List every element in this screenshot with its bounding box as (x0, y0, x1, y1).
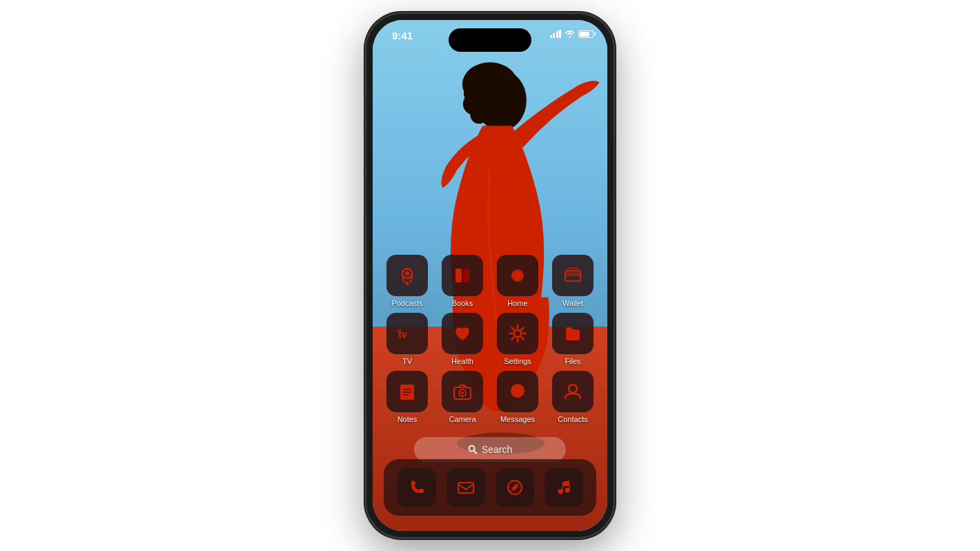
app-settings[interactable]: Settings (494, 313, 541, 365)
podcasts-icon[interactable] (386, 255, 428, 296)
svg-rect-13 (463, 269, 469, 282)
volume-down-button[interactable] (364, 177, 366, 216)
messages-icon[interactable] (497, 371, 538, 412)
dock-music[interactable] (545, 468, 583, 507)
messages-label: Messages (500, 415, 535, 423)
phone-screen: 9:41 (373, 20, 607, 531)
health-label: Health (451, 357, 473, 365)
dock-mail[interactable] (447, 468, 485, 507)
svg-rect-12 (455, 269, 462, 282)
svg-point-10 (405, 271, 409, 276)
battery-fill (580, 32, 589, 37)
svg-point-21 (514, 330, 521, 337)
search-label: Search (482, 444, 512, 455)
notes-label: Notes (398, 415, 418, 423)
svg-rect-11 (406, 282, 409, 285)
dock-safari-icon[interactable] (496, 468, 534, 507)
dock-safari[interactable] (496, 468, 534, 507)
app-row-1: Podcasts Books (384, 255, 596, 307)
app-wallet[interactable]: Wallet (549, 255, 596, 307)
app-camera[interactable]: Camera (439, 371, 486, 423)
phone-device: 9:41 (366, 13, 614, 538)
app-books[interactable]: Books (439, 255, 486, 307)
svg-point-16 (514, 272, 521, 279)
home-icon[interactable] (497, 255, 538, 296)
svg-text:tv: tv (398, 329, 407, 340)
app-home[interactable]: Home (494, 255, 541, 307)
app-messages[interactable]: Messages (494, 371, 541, 423)
app-tv[interactable]: tv TV (384, 313, 431, 365)
svg-point-8 (569, 36, 570, 37)
search-icon (468, 445, 478, 454)
app-podcasts[interactable]: Podcasts (384, 255, 431, 307)
home-label: Home (507, 299, 527, 307)
svg-line-41 (474, 451, 477, 454)
app-row-3: Notes Camera (384, 371, 596, 423)
settings-icon[interactable] (497, 313, 538, 354)
dock (384, 459, 596, 516)
dynamic-island (449, 28, 531, 52)
volume-up-button[interactable] (364, 130, 366, 169)
mute-button[interactable] (364, 96, 366, 121)
app-grid: Podcasts Books (373, 255, 607, 429)
wallet-icon[interactable] (552, 255, 594, 296)
svg-rect-42 (458, 483, 473, 493)
svg-point-36 (461, 392, 464, 394)
svg-line-27 (521, 337, 524, 340)
svg-line-29 (512, 337, 515, 340)
battery-icon (578, 30, 594, 38)
app-row-2: tv TV Health (384, 313, 596, 365)
tv-label: TV (402, 357, 412, 365)
podcasts-label: Podcasts (391, 299, 422, 307)
camera-label: Camera (449, 415, 476, 423)
svg-line-26 (512, 328, 515, 331)
settings-label: Settings (504, 357, 531, 365)
books-icon[interactable] (442, 255, 483, 296)
notes-icon[interactable] (386, 371, 428, 412)
svg-point-39 (569, 385, 577, 393)
dock-phone[interactable] (398, 468, 436, 507)
svg-rect-19 (565, 271, 580, 274)
app-files[interactable]: Files (549, 313, 596, 365)
app-notes[interactable]: Notes (384, 371, 431, 423)
books-label: Books (452, 299, 473, 307)
status-icons (550, 30, 594, 38)
camera-icon[interactable] (442, 371, 483, 412)
contacts-icon[interactable] (552, 371, 594, 412)
svg-line-28 (521, 328, 524, 331)
svg-point-40 (469, 446, 474, 452)
app-health[interactable]: Health (439, 313, 486, 365)
signal-icon (550, 30, 562, 38)
files-icon[interactable] (552, 313, 594, 354)
wallet-label: Wallet (562, 299, 583, 307)
svg-point-6 (470, 106, 487, 124)
dock-music-icon[interactable] (545, 468, 583, 507)
power-button[interactable] (614, 137, 616, 200)
search-bar[interactable]: Search (414, 437, 566, 462)
dock-mail-icon[interactable] (447, 468, 485, 507)
wifi-icon (565, 30, 575, 38)
tv-icon[interactable]: tv (386, 313, 428, 354)
contacts-label: Contacts (558, 415, 587, 423)
app-contacts[interactable]: Contacts (549, 371, 596, 423)
health-icon[interactable] (442, 313, 483, 354)
files-label: Files (565, 357, 580, 365)
dock-phone-icon[interactable] (398, 468, 436, 507)
